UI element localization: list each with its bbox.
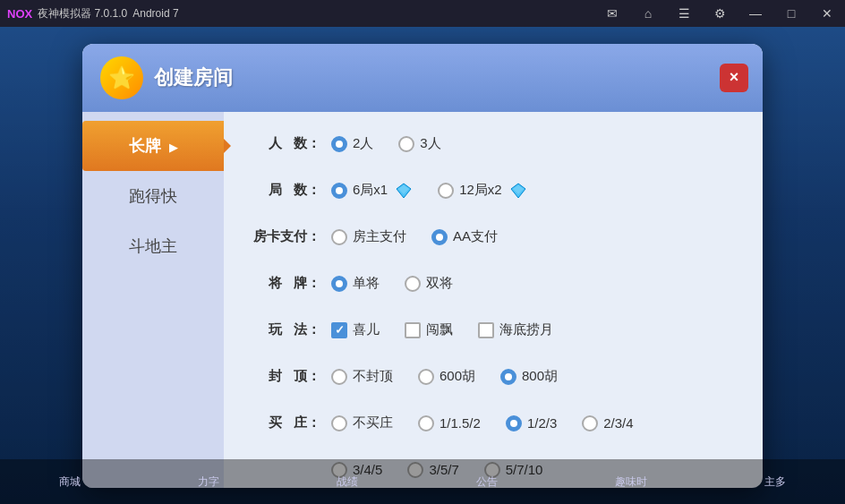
chuangpiao-checkbox[interactable] (405, 322, 421, 338)
host-pay-radio[interactable] (331, 229, 347, 245)
banker-123-option[interactable]: 1/2/3 (506, 415, 557, 431)
trump-row: 将 牌： 单将 双将 (249, 268, 738, 300)
dialog-title: 创建房间 (154, 64, 233, 91)
cap-row: 封 顶： 不封顶 600胡 (249, 361, 738, 393)
trump-options: 单将 双将 (331, 275, 738, 292)
settings-icon[interactable]: ⚙ (702, 0, 738, 27)
dialog-close-button[interactable]: × (720, 64, 748, 92)
android-version: Android 7 (132, 7, 178, 20)
player-3-label: 3人 (420, 135, 440, 152)
cap-options: 不封顶 600胡 800胡 (331, 368, 738, 385)
cap-600-radio[interactable] (418, 369, 434, 385)
round-6-label: 6局x1 (353, 182, 388, 199)
payment-label: 房卡支付： (249, 228, 320, 245)
cap-600-option[interactable]: 600胡 (418, 368, 475, 385)
cap-800-option[interactable]: 800胡 (500, 368, 558, 385)
host-pay-label: 房主支付 (353, 228, 406, 245)
player-2-option[interactable]: 2人 (331, 135, 373, 152)
banker-234-option[interactable]: 2/3/4 (582, 415, 633, 431)
no-cap-label: 不封顶 (353, 368, 393, 385)
double-trump-label: 双将 (426, 275, 453, 292)
sidebar-item-paodefai[interactable]: 跑得快 (82, 171, 224, 221)
sidebar-label-doudizhu: 斗地主 (129, 237, 177, 255)
payment-options: 房主支付 AA支付 (331, 228, 738, 245)
player-3-radio[interactable] (398, 136, 414, 152)
buy-banker-options-1: 不买庄 1/1.5/2 1/2/3 (331, 414, 738, 431)
title-bar: NOX 夜神模拟器 7.0.1.0 Android 7 ✉ ⌂ ☰ ⚙ — □ … (0, 0, 845, 27)
xier-label: 喜儿 (353, 321, 380, 338)
cap-800-label: 800胡 (522, 368, 558, 385)
round-12-option[interactable]: 12局x2 (438, 182, 527, 200)
sidebar-item-changpai[interactable]: 长牌 ▶ (82, 121, 224, 171)
banker-234-radio[interactable] (582, 415, 598, 431)
no-banker-radio[interactable] (331, 415, 347, 431)
round-count-options: 6局x1 12局x2 (331, 182, 738, 200)
buy-banker-row1: 买 庄： 不买庄 1/1.5/2 (249, 407, 738, 440)
form-content: 人 数： 2人 3人 (224, 112, 763, 488)
app-logo: NOX (7, 7, 32, 21)
player-count-row: 人 数： 2人 3人 (249, 128, 738, 160)
banker-123-label: 1/2/3 (527, 415, 557, 431)
banker-1152-radio[interactable] (418, 415, 434, 431)
no-cap-radio[interactable] (331, 369, 347, 385)
message-icon[interactable]: ✉ (594, 0, 630, 27)
single-trump-radio[interactable] (331, 276, 347, 292)
no-cap-option[interactable]: 不封顶 (331, 368, 393, 385)
payment-row: 房卡支付： 房主支付 AA支付 (249, 221, 738, 253)
single-trump-option[interactable]: 单将 (331, 275, 380, 292)
round-12-radio[interactable] (438, 183, 454, 199)
round-6-radio[interactable] (331, 183, 347, 199)
xier-checkbox[interactable]: ✓ (331, 322, 347, 338)
haidilao-option[interactable]: 海底捞月 (478, 321, 553, 338)
player-3-option[interactable]: 3人 (398, 135, 440, 152)
no-banker-label: 不买庄 (353, 414, 393, 431)
cap-800-radio[interactable] (500, 369, 516, 385)
player-2-radio[interactable] (331, 136, 347, 152)
sidebar-label-changpai: 长牌 (129, 137, 161, 155)
aa-pay-option[interactable]: AA支付 (431, 228, 498, 245)
gameplay-options: ✓ 喜儿 闯飘 海底捞月 (331, 321, 738, 338)
sidebar-item-doudizhu[interactable]: 斗地主 (82, 221, 224, 271)
cap-600-label: 600胡 (440, 368, 475, 385)
dialog-body: 长牌 ▶ 跑得快 斗地主 人 数： (82, 112, 763, 488)
banker-123-radio[interactable] (506, 415, 522, 431)
haidilao-checkbox[interactable] (478, 322, 494, 338)
dialog-header: ⭐ 创建房间 × (82, 44, 763, 112)
app-name: 夜神模拟器 7.0.1.0 (38, 6, 127, 21)
xier-option[interactable]: ✓ 喜儿 (331, 321, 380, 338)
double-trump-radio[interactable] (405, 276, 421, 292)
no-banker-option[interactable]: 不买庄 (331, 414, 393, 431)
banker-234-label: 2/3/4 (603, 415, 633, 431)
sidebar-arrow-changpai: ▶ (169, 141, 177, 154)
chuangpiao-option[interactable]: 闯飘 (405, 321, 453, 338)
game-bottom-bar: 商城 力字 战绩 公告 趣味时 主多 (0, 459, 845, 504)
host-pay-option[interactable]: 房主支付 (331, 228, 406, 245)
banker-1152-option[interactable]: 1/1.5/2 (418, 415, 481, 431)
menu-icon[interactable]: ☰ (666, 0, 702, 27)
double-trump-option[interactable]: 双将 (405, 275, 453, 292)
haidilao-label: 海底捞月 (499, 321, 553, 338)
banker-1152-label: 1/1.5/2 (440, 415, 481, 431)
trump-label: 将 牌： (249, 275, 320, 292)
window-close-icon[interactable]: ✕ (809, 0, 845, 27)
sidebar-label-paodefai: 跑得快 (129, 187, 177, 205)
aa-pay-label: AA支付 (453, 228, 498, 245)
gameplay-row: 玩 法： ✓ 喜儿 闯飘 (249, 314, 738, 346)
minimize-icon[interactable]: — (738, 0, 773, 27)
icon-circle: ⭐ (100, 56, 143, 99)
home-icon[interactable]: ⌂ (630, 0, 666, 27)
bar-item-3: 战绩 (337, 474, 358, 490)
player-count-options: 2人 3人 (331, 135, 738, 152)
chuangpiao-label: 闯飘 (426, 321, 453, 338)
diamond-icon-2 (509, 182, 527, 200)
aa-pay-radio[interactable] (431, 229, 448, 245)
gameplay-label: 玩 法： (249, 321, 320, 338)
window-controls: ✉ ⌂ ☰ ⚙ — □ ✕ (594, 0, 845, 27)
bar-item-2: 力字 (198, 474, 219, 490)
diamond-icon-1 (395, 182, 413, 200)
player-count-label: 人 数： (249, 135, 320, 152)
round-count-row: 局 数： 6局x1 (249, 175, 738, 207)
maximize-icon[interactable]: □ (773, 0, 809, 27)
round-6-option[interactable]: 6局x1 (331, 182, 413, 200)
bar-item-1: 商城 (59, 474, 81, 490)
